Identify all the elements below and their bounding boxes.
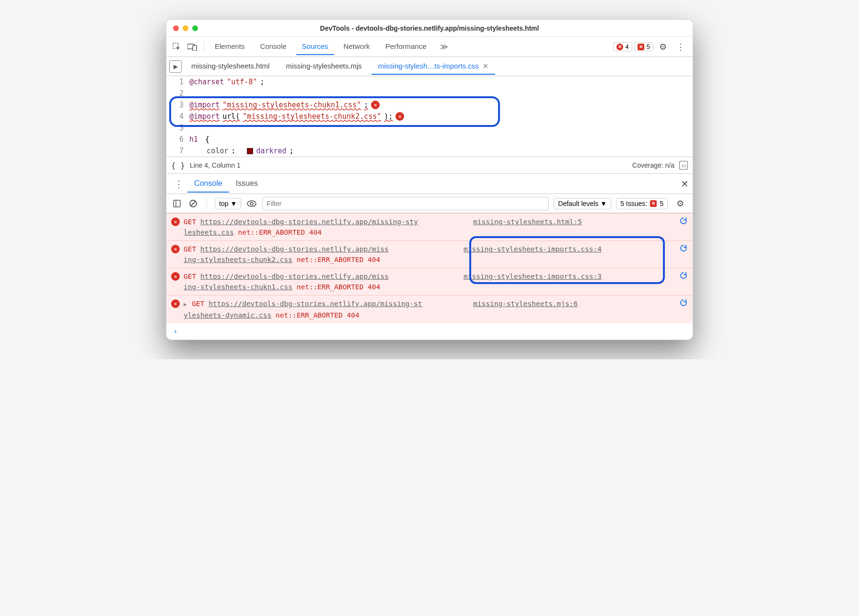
context-selector[interactable]: top ▼ bbox=[215, 198, 241, 209]
inspect-icon[interactable] bbox=[170, 40, 184, 54]
kebab-menu-icon[interactable]: ⋮ bbox=[673, 40, 689, 54]
svg-rect-3 bbox=[174, 200, 180, 207]
refresh-icon[interactable] bbox=[679, 298, 688, 310]
file-tab-css[interactable]: missing-stylesh…ts-imports.css ✕ bbox=[371, 58, 495, 75]
error-circle-icon: ✕ bbox=[171, 272, 180, 281]
code-editor[interactable]: 1 2 3 4 5 6 7 @charset "utf-8"; @import … bbox=[166, 76, 693, 157]
close-window-button[interactable] bbox=[173, 25, 179, 31]
device-toolbar-icon[interactable] bbox=[186, 40, 199, 54]
message-text: GET https://devtools-dbg-stories.netlify… bbox=[184, 271, 457, 292]
coverage-label: Coverage: n/a bbox=[632, 161, 674, 169]
source-link[interactable]: missing-stylesheets.html:5 bbox=[473, 217, 582, 227]
panel-tabs: Elements Console Sources Network Perform… bbox=[209, 38, 611, 55]
window-title: DevTools - devtools-dbg-stories.netlify.… bbox=[166, 24, 693, 32]
drawer-tab-console[interactable]: Console bbox=[187, 175, 229, 193]
svg-point-7 bbox=[247, 201, 256, 206]
issue-square-icon: ✕ bbox=[638, 44, 644, 50]
issues-pill[interactable]: 5 Issues: ✕ 5 bbox=[616, 198, 668, 209]
titlebar: DevTools - devtools-dbg-stories.netlify.… bbox=[166, 20, 693, 37]
console-error-row[interactable]: ✕ GET https://devtools-dbg-stories.netli… bbox=[166, 213, 693, 240]
color-swatch-icon[interactable] bbox=[247, 148, 253, 154]
show-navigator-icon[interactable]: ▶ bbox=[169, 60, 182, 73]
error-inline-icon[interactable]: ✕ bbox=[395, 112, 404, 121]
tab-performance[interactable]: Performance bbox=[380, 38, 432, 55]
console-error-row[interactable]: ✕ GET https://devtools-dbg-stories.netli… bbox=[166, 240, 693, 268]
issues-badge[interactable]: ✕ 5 bbox=[634, 42, 653, 51]
line-gutter: 1 2 3 4 5 6 7 bbox=[166, 76, 189, 157]
drawer-tabs: ⋮ Console Issues ✕ bbox=[166, 174, 693, 194]
issue-square-icon: ✕ bbox=[650, 200, 657, 207]
tab-network[interactable]: Network bbox=[338, 38, 376, 55]
svg-rect-2 bbox=[193, 46, 197, 51]
console-toolbar: top ▼ Default levels ▼ 5 Issues: ✕ 5 ⚙ bbox=[166, 194, 693, 213]
log-levels-selector[interactable]: Default levels ▼ bbox=[554, 198, 611, 209]
tab-sources[interactable]: Sources bbox=[296, 38, 334, 55]
expand-triangle-icon[interactable]: ▶ bbox=[184, 301, 187, 308]
message-text: ▶ GET https://devtools-dbg-stories.netli… bbox=[184, 298, 466, 320]
code-content[interactable]: @charset "utf-8"; @import "missing-style… bbox=[189, 76, 693, 157]
chevron-down-icon: ▼ bbox=[600, 200, 607, 207]
tab-elements[interactable]: Elements bbox=[209, 38, 251, 55]
refresh-icon[interactable] bbox=[679, 244, 688, 255]
minimize-window-button[interactable] bbox=[183, 25, 188, 31]
errors-badge[interactable]: ✕ 4 bbox=[613, 42, 632, 51]
file-tab-mjs[interactable]: missing-stylesheets.mjs bbox=[279, 58, 368, 75]
settings-gear-icon[interactable]: ⚙ bbox=[655, 40, 671, 54]
clear-console-icon[interactable] bbox=[187, 198, 199, 209]
source-link[interactable]: missing-stylesheets-imports.css:4 bbox=[464, 244, 602, 254]
error-inline-icon[interactable]: ✕ bbox=[371, 101, 380, 109]
pretty-print-icon[interactable]: { } bbox=[171, 161, 185, 170]
separator bbox=[204, 41, 204, 53]
console-error-row[interactable]: ✕ ▶ GET https://devtools-dbg-stories.net… bbox=[166, 295, 693, 323]
error-circle-icon: ✕ bbox=[616, 44, 623, 50]
console-prompt[interactable]: › bbox=[166, 323, 693, 340]
console-settings-gear-icon[interactable]: ⚙ bbox=[673, 196, 688, 211]
close-tab-icon[interactable]: ✕ bbox=[483, 62, 488, 70]
console-sidebar-toggle-icon[interactable] bbox=[171, 198, 183, 209]
main-toolbar: Elements Console Sources Network Perform… bbox=[166, 37, 693, 57]
message-text: GET https://devtools-dbg-stories.netlify… bbox=[184, 244, 457, 265]
source-link[interactable]: missing-stylesheets.mjs:6 bbox=[473, 298, 578, 309]
chevron-down-icon: ▼ bbox=[230, 200, 237, 207]
svg-line-6 bbox=[191, 201, 196, 206]
console-error-row[interactable]: ✕ GET https://devtools-dbg-stories.netli… bbox=[166, 268, 693, 295]
error-circle-icon: ✕ bbox=[171, 299, 180, 308]
errors-count: 4 bbox=[626, 43, 629, 50]
refresh-icon[interactable] bbox=[679, 217, 688, 228]
maximize-window-button[interactable] bbox=[192, 25, 198, 31]
more-tabs-chevron-icon[interactable]: ≫ bbox=[436, 40, 452, 53]
error-circle-icon: ✕ bbox=[171, 245, 180, 253]
source-link[interactable]: missing-stylesheets-imports.css:3 bbox=[464, 271, 602, 282]
console-filter-input[interactable] bbox=[262, 197, 549, 210]
drawer-close-icon[interactable]: ✕ bbox=[681, 178, 689, 190]
console-messages: ✕ GET https://devtools-dbg-stories.netli… bbox=[166, 213, 693, 340]
devtools-window: DevTools - devtools-dbg-stories.netlify.… bbox=[166, 19, 693, 340]
editor-status-bar: { } Line 4, Column 1 Coverage: n/a ▭ bbox=[166, 157, 693, 174]
message-text: GET https://devtools-dbg-stories.netlify… bbox=[184, 217, 466, 238]
error-circle-icon: ✕ bbox=[171, 217, 180, 226]
cursor-position: Line 4, Column 1 bbox=[190, 161, 241, 169]
live-expression-icon[interactable] bbox=[246, 198, 257, 209]
file-tab-html[interactable]: missing-stylesheets.html bbox=[185, 58, 276, 75]
issues-count: 5 bbox=[647, 43, 650, 50]
refresh-icon[interactable] bbox=[679, 271, 688, 283]
traffic-lights bbox=[173, 25, 198, 31]
drawer-tab-issues[interactable]: Issues bbox=[229, 175, 265, 193]
tab-console[interactable]: Console bbox=[255, 38, 292, 55]
file-tabs-bar: ▶ missing-stylesheets.html missing-style… bbox=[166, 57, 693, 76]
collapse-sidebar-icon[interactable]: ▭ bbox=[679, 161, 688, 170]
svg-point-8 bbox=[250, 202, 253, 205]
separator bbox=[207, 198, 207, 209]
drawer-menu-icon[interactable]: ⋮ bbox=[170, 176, 187, 192]
